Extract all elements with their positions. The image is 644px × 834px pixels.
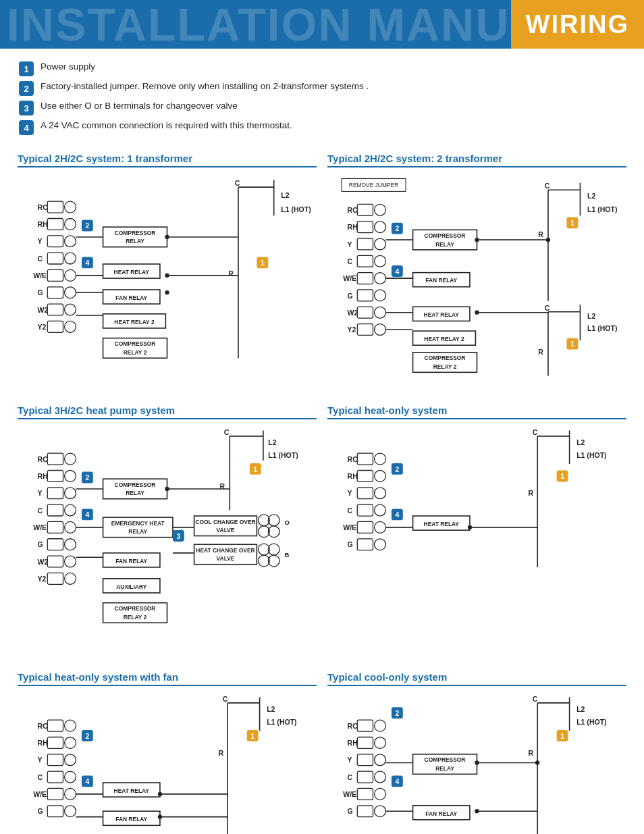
svg-text:COMPRESSOR: COMPRESSOR [115,606,156,613]
svg-point-319 [475,760,479,764]
svg-text:COMPRESSOR: COMPRESSOR [115,340,156,347]
svg-text:L1 (HOT): L1 (HOT) [587,324,617,332]
svg-text:RELAY: RELAY [126,490,144,497]
svg-rect-128 [47,454,63,465]
diagram-1-svg: RC RH Y C W/E G [18,173,317,372]
svg-rect-132 [65,471,76,482]
svg-rect-79 [357,307,373,318]
svg-text:COMPRESSOR: COMPRESSOR [425,232,466,239]
svg-rect-248 [47,771,63,783]
svg-rect-149 [47,573,63,585]
svg-text:L2: L2 [281,191,289,199]
diagram-6-title: Typical cool-only system [327,671,626,686]
svg-text:W2: W2 [38,558,49,566]
svg-text:Y: Y [38,756,43,764]
svg-rect-71 [375,255,386,267]
svg-rect-280 [357,720,373,731]
svg-text:RC: RC [348,455,358,463]
svg-rect-204 [375,454,386,465]
svg-text:W2: W2 [348,309,358,317]
svg-text:RH: RH [38,739,48,747]
svg-text:RELAY: RELAY [435,241,454,248]
svg-text:G: G [348,807,353,815]
svg-rect-70 [357,255,373,267]
svg-text:RELAY 2: RELAY 2 [124,349,147,356]
svg-text:L1 (HOT): L1 (HOT) [576,717,606,725]
svg-rect-11 [65,253,76,264]
svg-text:R: R [528,749,533,757]
svg-text:COMPRESSOR: COMPRESSOR [115,481,156,488]
header-wiring-badge: WIRING [511,0,644,49]
svg-text:4: 4 [395,511,399,519]
svg-text:G: G [38,288,43,296]
bullet-num-1: 1 [19,61,34,76]
svg-text:R: R [538,230,543,238]
svg-text:2: 2 [395,224,399,232]
svg-rect-283 [357,737,373,748]
svg-rect-137 [47,505,63,517]
svg-text:Y: Y [348,490,352,498]
svg-text:COMPRESSOR: COMPRESSOR [115,230,156,236]
svg-text:RC: RC [38,455,49,463]
svg-rect-1 [47,201,63,213]
svg-text:Y2: Y2 [38,575,47,583]
svg-text:G: G [38,541,43,549]
svg-text:O: O [285,519,290,526]
svg-text:FAN RELAY: FAN RELAY [115,816,147,823]
svg-rect-61 [357,204,373,215]
svg-text:R: R [528,490,533,498]
svg-rect-5 [65,219,76,230]
svg-text:HEAT RELAY 2: HEAT RELAY 2 [114,319,155,325]
svg-rect-213 [375,505,386,517]
svg-text:C: C [348,773,353,781]
svg-rect-10 [47,253,63,264]
svg-point-278 [158,814,162,818]
svg-rect-67 [357,238,373,250]
diagram-1: Typical 2H/2C system: 1 transformer RC R… [12,146,322,398]
svg-text:C: C [38,506,43,515]
svg-point-55 [165,290,169,294]
diagram-3-title: Typical 3H/2C heat pump system [18,405,317,419]
svg-text:RELAY 2: RELAY 2 [433,363,457,370]
svg-text:RELAY 2: RELAY 2 [124,614,147,621]
svg-rect-143 [47,539,63,550]
svg-rect-19 [47,304,63,315]
svg-rect-16 [47,287,63,298]
svg-text:W/E: W/E [343,524,356,532]
terminal-block-6: RC RH Y C W/E G [343,720,385,816]
svg-rect-246 [65,754,76,766]
svg-text:VALVE: VALVE [217,527,235,534]
svg-text:C: C [38,773,43,781]
diagram-2-svg: REMOVE JUMPER RC RH Y C W/E [327,173,626,386]
svg-text:1: 1 [253,465,257,473]
svg-rect-212 [357,505,373,517]
bullet-2: 2 Factory-installed jumper. Remove only … [19,80,625,96]
svg-text:B: B [285,552,290,559]
svg-text:HEAT RELAY 2: HEAT RELAY 2 [424,336,464,342]
svg-text:W/E: W/E [343,790,356,798]
terminal-block-2: RC RH Y C W/E G [343,204,385,335]
svg-text:RH: RH [348,473,358,481]
svg-rect-255 [65,806,76,817]
svg-rect-131 [47,471,63,482]
svg-text:L1 (HOT): L1 (HOT) [268,451,298,459]
svg-rect-281 [375,720,386,731]
svg-rect-295 [357,806,373,817]
svg-rect-243 [65,737,76,748]
svg-rect-209 [357,488,373,499]
svg-rect-293 [375,788,386,800]
bullet-text-3: Use either O or B terminals for changeov… [41,100,238,113]
svg-rect-150 [65,573,76,585]
svg-text:RH: RH [348,223,358,231]
svg-text:RC: RC [348,206,358,214]
bullet-text-2: Factory-installed jumper. Remove only wh… [41,80,369,93]
svg-rect-141 [65,522,76,533]
svg-text:1: 1 [261,259,265,267]
diagram-6: Typical cool-only system RC RH Y C [322,664,632,834]
svg-text:Y: Y [348,240,352,249]
svg-text:G: G [348,292,353,300]
diagram-4-svg: RC RH Y C W/E G [327,425,626,581]
svg-text:FAN RELAY: FAN RELAY [425,277,457,284]
bullet-3: 3 Use either O or B terminals for change… [19,100,625,115]
svg-rect-290 [375,771,386,783]
